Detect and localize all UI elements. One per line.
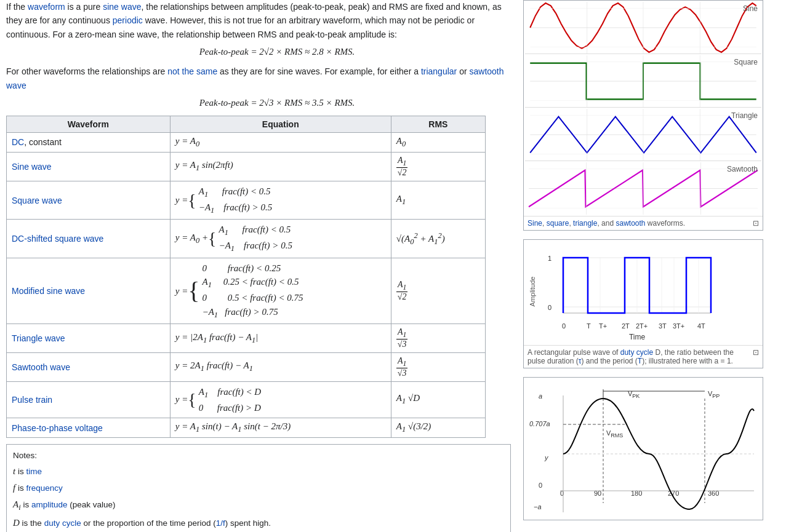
svg-text:4T: 4T	[697, 322, 705, 330]
table-row: Pulse train y = { A1 frac(ft) < D 0 frac…	[7, 381, 486, 418]
cell-rms: A1 √D	[391, 381, 485, 418]
pulse-caption: ⊡ A rectangular pulse wave of duty cycle…	[524, 345, 763, 368]
triangle-label: Triangle	[731, 111, 758, 120]
cell-rms: A1	[391, 181, 485, 220]
cell-waveform: Modified sine wave	[7, 258, 170, 324]
svg-text:T+: T+	[599, 322, 607, 330]
waveform-link[interactable]: waveform	[28, 2, 65, 12]
cell-equation: y = A1 sin(t) − A1 sin(t − 2π/3)	[170, 418, 391, 438]
note-f: f is frequency	[13, 480, 504, 496]
frequency-link[interactable]: frequency	[26, 483, 62, 493]
dc-shifted-link[interactable]: DC-shifted square wave	[12, 234, 103, 244]
dc-link[interactable]: DC	[12, 137, 24, 147]
formula-2: Peak-to-peak = 2√3 × RMS ≈ 3.5 × RMS.	[43, 97, 511, 108]
duty-cycle-link[interactable]: duty cycle	[44, 518, 81, 528]
sine-wave-link[interactable]: sine wave	[103, 2, 141, 12]
sine-wave-table-link[interactable]: Sine wave	[12, 162, 52, 172]
triangle-wave-row: Triangle	[525, 109, 761, 161]
cell-equation: y = 2A1 frac(ft) − A1	[170, 353, 391, 382]
svg-text:−a: −a	[534, 503, 542, 510]
square-caption-link[interactable]: square	[547, 219, 569, 228]
cell-rms: A1 √2	[391, 152, 485, 181]
period-caption-link[interactable]: T	[638, 357, 642, 365]
col-waveform: Waveform	[7, 116, 170, 132]
amplitude-link[interactable]: amplitude	[31, 500, 68, 509]
table-row: DC-shifted square wave y = A0 + { A1 fra…	[7, 220, 486, 258]
main-content: If the waveform is a pure sine wave, the…	[0, 0, 517, 532]
svg-text:VRMS: VRMS	[606, 429, 623, 439]
cell-equation: y = A0	[170, 132, 391, 152]
table-row: Phase-to-phase voltage y = A1 sin(t) − A…	[7, 418, 486, 438]
cell-equation: y = { 0 frac(ft) < 0.25 A1 0.25 < frac(f…	[170, 258, 391, 324]
col-equation: Equation	[170, 116, 391, 132]
sine-amp-figure: a 0.707a y 0 −a 0 90 180 270 360	[523, 377, 763, 520]
svg-text:0.707a: 0.707a	[529, 420, 550, 427]
periodic-link[interactable]: periodic	[113, 15, 143, 25]
pulse-expand-icon[interactable]: ⊡	[753, 348, 759, 357]
cell-rms: A1 √3	[391, 353, 485, 382]
period-link[interactable]: 1/f	[216, 518, 225, 528]
cell-equation: y = { A1 frac(ft) < D 0 frac(ft) > D	[170, 381, 391, 418]
cell-waveform: Phase-to-phase voltage	[7, 418, 170, 438]
sine-caption-link[interactable]: Sine	[527, 219, 542, 228]
svg-text:1: 1	[548, 255, 551, 262]
cell-rms: A0	[391, 132, 485, 152]
note-ai: Ai is amplitude (peak value)	[13, 496, 504, 515]
square-wave-table-link[interactable]: Square wave	[12, 196, 62, 205]
square-label: Square	[734, 58, 758, 66]
sawtooth-label: Sawtooth	[727, 165, 758, 173]
cell-rms: A1 √3	[391, 324, 485, 353]
cell-waveform: Triangle wave	[7, 324, 170, 353]
notes-box: Notes: t is time f is frequency Ai is am…	[6, 444, 511, 532]
expand-icon[interactable]: ⊡	[753, 219, 759, 228]
triangle-wave-svg	[525, 109, 761, 161]
svg-text:0: 0	[548, 304, 551, 311]
sine-wave-row: Sine	[525, 2, 761, 54]
note-d: D is the duty cycle or the proportion of…	[13, 515, 504, 531]
svg-text:2T+: 2T+	[636, 322, 648, 330]
intro-paragraph-2: For other waveforms the relationships ar…	[6, 65, 511, 92]
triangle-wave-table-link[interactable]: Triangle wave	[12, 333, 65, 343]
intro-paragraph-1: If the waveform is a pure sine wave, the…	[6, 0, 511, 41]
sawtooth-wave-svg	[525, 162, 761, 215]
triangle-caption-link[interactable]: triangle	[573, 219, 597, 228]
pulse-train-link[interactable]: Pulse train	[12, 395, 52, 405]
svg-text:3T+: 3T+	[673, 322, 684, 330]
svg-text:T: T	[587, 322, 591, 330]
cell-equation: y = { A1 frac(ft) < 0.5 −A1 frac(ft) > 0…	[170, 181, 391, 220]
table-row: Sawtooth wave y = 2A1 frac(ft) − A1 A1 √…	[7, 353, 486, 382]
waveforms-figure: Sine Square	[523, 0, 763, 231]
not-same-link[interactable]: not the same	[167, 66, 217, 76]
sawtooth-wave-table-link[interactable]: Sawtooth wave	[12, 362, 70, 372]
cell-equation: y = A0 + { A1 frac(ft) < 0.5 −A1 frac(ft…	[170, 220, 391, 258]
table-row: Modified sine wave y = { 0 frac(ft) < 0.…	[7, 258, 486, 324]
svg-text:0: 0	[539, 482, 542, 489]
triangular-link[interactable]: triangular	[421, 66, 457, 76]
sine-amp-svg: a 0.707a y 0 −a 0 90 180 270 360	[526, 380, 766, 515]
sine-wave-svg	[525, 2, 761, 54]
cell-waveform: Square wave	[7, 181, 170, 220]
cell-waveform: DC-shifted square wave	[7, 220, 170, 258]
cell-rms: A1 √2	[391, 258, 485, 324]
svg-text:VPP: VPP	[708, 390, 720, 399]
duty-cycle-caption-link[interactable]: duty cycle	[620, 348, 653, 357]
tau-link[interactable]: τ	[579, 357, 582, 365]
cell-waveform: Sawtooth wave	[7, 353, 170, 382]
sawtooth-caption-link[interactable]: sawtooth	[616, 219, 645, 228]
waveforms-caption: ⊡ Sine, square, triangle, and sawtooth w…	[524, 216, 763, 230]
svg-text:0: 0	[562, 322, 566, 330]
phase-voltage-link[interactable]: Phase-to-phase voltage	[12, 423, 103, 433]
cell-equation: y = A1 sin(2πft)	[170, 152, 391, 181]
pulse-svg-container: Amplitude 1 0 0 T T+ 2T 2T+ 3T 3T+ 4T Ti…	[524, 240, 763, 345]
formula-1: Peak-to-peak = 2√2 × RMS ≈ 2.8 × RMS.	[43, 46, 511, 57]
table-row: Triangle wave y = |2A1 frac(ft) − A1| A1…	[7, 324, 486, 353]
time-link[interactable]: time	[26, 467, 42, 476]
modified-sine-link[interactable]: Modified sine wave	[12, 286, 85, 296]
table-row: Square wave y = { A1 frac(ft) < 0.5 −A1 …	[7, 181, 486, 220]
sawtooth-wave-row: Sawtooth	[525, 162, 761, 215]
sine-label: Sine	[743, 4, 758, 13]
cell-equation: y = |2A1 frac(ft) − A1|	[170, 324, 391, 353]
col-rms: RMS	[391, 116, 485, 132]
pulse-wave-svg: Amplitude 1 0 0 T T+ 2T 2T+ 3T 3T+ 4T Ti…	[526, 242, 766, 341]
svg-text:Time: Time	[629, 333, 646, 341]
